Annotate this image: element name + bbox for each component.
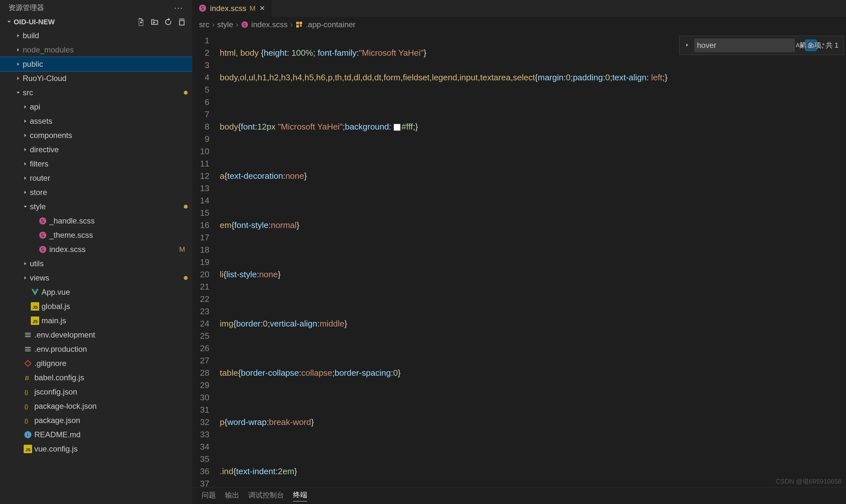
tree-item-assets[interactable]: assets: [0, 114, 192, 128]
tree-item--handle-scss[interactable]: _handle.scss: [0, 214, 192, 228]
tab-debug[interactable]: 调试控制台: [248, 490, 284, 501]
svg-text:JS: JS: [32, 319, 38, 324]
tree-item--env-production[interactable]: .env.production: [0, 342, 192, 356]
close-icon[interactable]: [259, 4, 266, 13]
chevron-right-icon: ›: [290, 20, 293, 29]
tree-item-vue-config-js[interactable]: JSvue.config.js: [0, 442, 192, 456]
tree-item-app-vue[interactable]: App.vue: [0, 285, 192, 299]
line-gutter: 1234567891011121314151617181920212223242…: [193, 32, 216, 487]
code-body[interactable]: html, body {height: 100%; font-family:"M…: [216, 32, 846, 487]
tree-item-router[interactable]: router: [0, 171, 192, 185]
tree-item-src[interactable]: src: [0, 86, 192, 100]
tree-item-views[interactable]: views: [0, 271, 192, 285]
tab-problems[interactable]: 问题: [201, 490, 216, 501]
breadcrumb[interactable]: src› style› index.scss› .app-container: [193, 17, 846, 32]
project-actions: [137, 18, 189, 26]
tree-item-utils[interactable]: utils: [0, 256, 192, 271]
tree-item-main-js[interactable]: JSmain.js: [0, 313, 192, 328]
new-folder-icon[interactable]: [150, 18, 159, 26]
svg-text:i: i: [27, 432, 28, 437]
tab-terminal[interactable]: 终端: [293, 490, 307, 501]
tree-item-directive[interactable]: directive: [0, 143, 192, 157]
crumb-symbol[interactable]: .app-container: [306, 20, 355, 29]
svg-text:{}: {}: [24, 417, 28, 424]
tree-item-components[interactable]: components: [0, 128, 192, 143]
tree-item-public[interactable]: public: [0, 57, 192, 71]
tree-item-package-json[interactable]: {}package.json: [0, 413, 192, 428]
new-file-icon[interactable]: [137, 18, 145, 26]
svg-text:{}: {}: [24, 403, 28, 410]
code-editor[interactable]: 1234567891011121314151617181920212223242…: [193, 32, 846, 487]
tab-output[interactable]: 输出: [225, 490, 239, 501]
tree-item-ruoyi-cloud[interactable]: RuoYi-Cloud: [0, 71, 192, 86]
editor-area: index.scss M src› style› index.scss› .ap…: [193, 0, 846, 504]
project-header[interactable]: OID-UI-NEW: [0, 16, 192, 29]
more-icon[interactable]: ···: [174, 3, 187, 13]
explorer-title: 资源管理器: [8, 3, 44, 13]
svg-text:B: B: [25, 375, 29, 381]
svg-text:{}: {}: [24, 389, 28, 396]
refresh-icon[interactable]: [164, 18, 173, 26]
chevron-right-icon: ›: [236, 20, 238, 29]
tree-item-index-scss[interactable]: index.scssM: [0, 242, 192, 256]
tree-item-node-modules[interactable]: node_modules: [0, 43, 192, 57]
tab-name: index.scss: [210, 4, 246, 13]
symbol-icon: [295, 21, 303, 29]
svg-text:JS: JS: [25, 447, 31, 452]
project-name: OID-UI-NEW: [14, 18, 55, 26]
scss-icon: [241, 21, 249, 29]
tree-item-jsconfig-json[interactable]: {}jsconfig.json: [0, 385, 192, 399]
tab-modified-badge: M: [250, 4, 255, 13]
tree-item-babel-config-js[interactable]: Bbabel.config.js: [0, 371, 192, 385]
tab-bar: index.scss M: [193, 0, 846, 17]
tree-item--env-development[interactable]: .env.development: [0, 328, 192, 342]
tree-item--theme-scss[interactable]: _theme.scss: [0, 228, 192, 242]
file-tree: buildnode_modulespublicRuoYi-Cloudsrcapi…: [0, 29, 192, 504]
tree-item-readme-md[interactable]: iREADME.md: [0, 428, 192, 442]
tree-item-build[interactable]: build: [0, 29, 192, 43]
explorer-sidebar: 资源管理器 ··· OID-UI-NEW buildnode_modulespu…: [0, 0, 193, 504]
panel-tabs: 问题 输出 调试控制台 终端: [193, 487, 846, 504]
chevron-right-icon: ›: [212, 20, 215, 29]
collapse-icon[interactable]: [177, 18, 187, 26]
scss-icon: [198, 4, 207, 13]
chevron-down-icon: [6, 18, 12, 26]
tree-item-filters[interactable]: filters: [0, 157, 192, 171]
tree-item-api[interactable]: api: [0, 100, 192, 114]
explorer-header: 资源管理器 ···: [0, 0, 192, 16]
svg-text:JS: JS: [32, 305, 38, 310]
color-swatch[interactable]: [393, 124, 401, 131]
tree-item-package-lock-json[interactable]: {}package-lock.json: [0, 399, 192, 413]
tree-item--gitignore[interactable]: .gitignore: [0, 356, 192, 371]
tree-item-style[interactable]: style: [0, 199, 192, 214]
watermark: CSDN @堪695910658: [776, 477, 842, 486]
crumb-file[interactable]: index.scss: [251, 20, 287, 29]
tab-index-scss[interactable]: index.scss M: [193, 0, 272, 17]
crumb-style[interactable]: style: [217, 20, 233, 29]
tree-item-global-js[interactable]: JSglobal.js: [0, 299, 192, 313]
crumb-src[interactable]: src: [199, 20, 209, 29]
tree-item-store[interactable]: store: [0, 185, 192, 199]
